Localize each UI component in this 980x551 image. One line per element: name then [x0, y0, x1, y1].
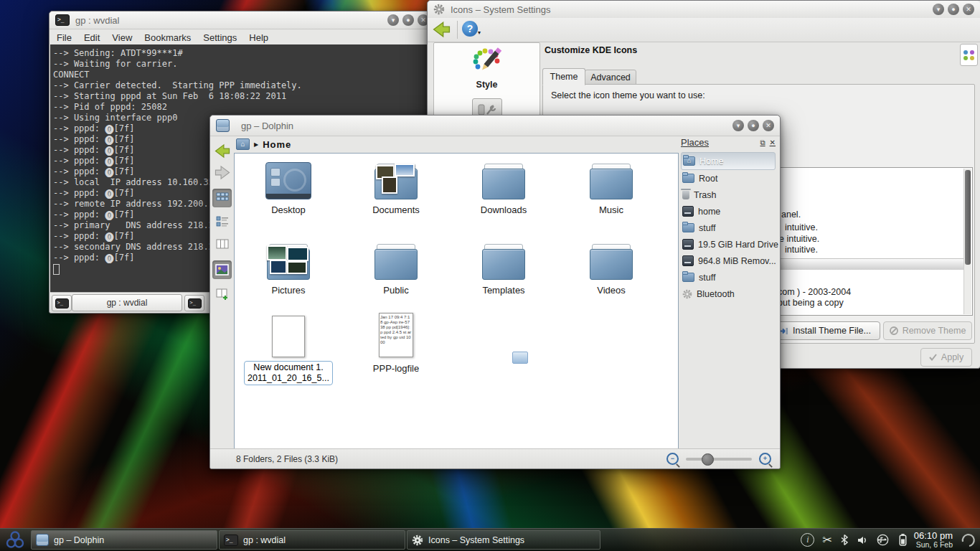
- place-label: home: [698, 207, 720, 217]
- launcher-logo[interactable]: [0, 529, 30, 551]
- tab-theme[interactable]: Theme: [542, 68, 585, 85]
- back-button[interactable]: [212, 141, 232, 160]
- minimize-button[interactable]: ▾: [387, 14, 399, 26]
- tab-advanced[interactable]: Advanced: [585, 70, 636, 85]
- clock[interactable]: 06:10 pm Sun, 6 Feb: [914, 531, 953, 550]
- install-theme-file-label: Install Theme File...: [793, 326, 871, 336]
- clipboard-scissors-icon[interactable]: ✂: [822, 533, 831, 547]
- notifications-icon[interactable]: i: [801, 533, 814, 547]
- bluetooth-icon[interactable]: [840, 534, 849, 546]
- close-button[interactable]: ✕: [763, 120, 774, 131]
- taskbar-task-system-settings[interactable]: Icons – System Settings: [407, 530, 600, 550]
- document-icon: [272, 316, 305, 357]
- folder-item-pictures[interactable]: Pictures: [238, 238, 339, 296]
- item-label: Music: [561, 204, 661, 215]
- scrollbar[interactable]: [963, 169, 971, 314]
- scrollbar-thumb[interactable]: [965, 170, 971, 265]
- tab-list-button[interactable]: >_: [184, 295, 204, 311]
- folder-item-downloads[interactable]: Downloads: [453, 158, 554, 215]
- folder-item-videos[interactable]: Videos: [561, 238, 661, 296]
- drag-ghost-icon: [512, 352, 528, 364]
- menu-item-bookmarks[interactable]: Bookmarks: [144, 32, 191, 43]
- place-item-removable[interactable]: 964.8 MiB Remov...: [681, 253, 776, 269]
- dolphin-titlebar[interactable]: gp – Dolphin ▾ ● ✕: [210, 116, 780, 136]
- maximize-button[interactable]: ●: [948, 4, 959, 15]
- settings-toolbar: ? ▾: [428, 18, 980, 42]
- minimize-button[interactable]: ▾: [933, 4, 944, 15]
- menu-item-view[interactable]: View: [112, 32, 132, 43]
- breadcrumb-home[interactable]: Home: [263, 139, 291, 150]
- back-button[interactable]: [432, 21, 451, 41]
- apply-button[interactable]: Apply: [920, 348, 972, 367]
- install-theme-file-button[interactable]: Install Theme File...: [770, 321, 880, 340]
- dolphin-statusbar: 8 Folders, 2 Files (3.3 KiB) − +: [210, 448, 780, 468]
- task-label: gp – Dolphin: [54, 535, 104, 545]
- zoom-slider-knob[interactable]: [702, 453, 714, 466]
- place-item-stuff[interactable]: stuff: [681, 220, 776, 236]
- details-view-button[interactable]: [212, 212, 232, 230]
- icons-module-icon: [960, 44, 978, 66]
- icons-view-button[interactable]: [212, 189, 232, 207]
- columns-view-button[interactable]: [212, 235, 232, 253]
- zoom-in-icon[interactable]: +: [759, 453, 771, 465]
- desktop-wallpaper[interactable]: >_ gp : wvdial ▾ ● ✕ File Edit View Book…: [0, 0, 980, 551]
- place-item-bluetooth[interactable]: Bluetooth: [681, 286, 776, 302]
- close-button[interactable]: ✕: [963, 4, 974, 15]
- remove-theme-label: Remove Theme: [903, 326, 966, 336]
- place-item-home-partition[interactable]: home: [681, 203, 776, 220]
- file-item-ppp-logfile[interactable]: Jan 17 09:4 7:18 gp-Asp ire-5738 pp pd[1…: [346, 313, 446, 374]
- forward-button[interactable]: [212, 163, 232, 182]
- task-label: gp : wvdial: [243, 535, 286, 545]
- folder-icon: [682, 273, 694, 282]
- folder-icon: [682, 174, 694, 183]
- taskbar-task-dolphin[interactable]: gp – Dolphin: [31, 530, 217, 550]
- place-item-trash[interactable]: Trash: [681, 187, 776, 203]
- menu-item-edit[interactable]: Edit: [84, 32, 100, 43]
- folder-item-templates[interactable]: Templates: [453, 238, 554, 296]
- place-item-hard-drive[interactable]: 19.5 GiB Hard Drive: [681, 236, 776, 253]
- preview-button[interactable]: [212, 260, 232, 279]
- place-label: 19.5 GiB Hard Drive: [698, 240, 778, 250]
- folder-item-public[interactable]: Public: [346, 238, 446, 296]
- folder-item-music[interactable]: Music: [561, 158, 661, 215]
- place-label: stuff: [699, 223, 715, 233]
- menu-item-help[interactable]: Help: [249, 32, 268, 43]
- close-panel-icon[interactable]: ✕: [770, 138, 776, 147]
- chevron-down-icon[interactable]: ▾: [478, 29, 481, 36]
- new-tab-button[interactable]: >_: [52, 295, 72, 311]
- dot: [970, 56, 974, 60]
- remove-theme-button[interactable]: Remove Theme: [883, 321, 972, 340]
- detach-panel-icon[interactable]: ⧉: [760, 138, 765, 147]
- device-notifier-icon[interactable]: [876, 534, 890, 546]
- text-file-icon: Jan 17 09:4 7:18 gp-Asp ire-5738 pp pd[1…: [379, 313, 413, 357]
- terminal-titlebar[interactable]: >_ gp : wvdial ▾ ● ✕: [50, 11, 435, 29]
- settings-titlebar[interactable]: Icons – System Settings ▾ ● ✕: [428, 1, 980, 19]
- battery-icon[interactable]: [897, 533, 908, 547]
- places-header: Places: [681, 137, 709, 148]
- maximize-button[interactable]: ●: [402, 14, 414, 26]
- file-manager-icon: [216, 119, 230, 132]
- zoom-slider[interactable]: [686, 458, 752, 461]
- style-module-icon[interactable]: [434, 47, 540, 78]
- help-icon[interactable]: ?: [462, 21, 478, 37]
- maximize-button[interactable]: ●: [748, 120, 759, 131]
- volume-icon[interactable]: [857, 534, 868, 546]
- panel-toolbox-icon[interactable]: [956, 532, 980, 549]
- folder-view[interactable]: Desktop Documents Downloads Music: [234, 153, 679, 449]
- place-item-home[interactable]: ⌂ Home: [681, 152, 776, 170]
- dot: [963, 56, 968, 60]
- file-item-new-document[interactable]: New document 1. 2011_01_20_16_5...: [238, 313, 339, 385]
- folder-item-desktop[interactable]: Desktop: [238, 158, 339, 215]
- place-item-stuff2[interactable]: stuff: [681, 269, 776, 286]
- minimize-button[interactable]: ▾: [732, 120, 744, 131]
- menu-item-settings[interactable]: Settings: [203, 32, 237, 43]
- home-icon[interactable]: ⌂: [236, 138, 250, 150]
- split-view-button[interactable]: [212, 285, 232, 303]
- place-item-root[interactable]: Root: [681, 170, 776, 187]
- zoom-out-icon[interactable]: −: [666, 453, 679, 465]
- taskbar-task-wvdial[interactable]: >_ gp : wvdial: [219, 530, 405, 550]
- folder-item-documents[interactable]: Documents: [346, 158, 446, 215]
- page-title: Customize KDE Icons: [545, 45, 637, 55]
- terminal-tab[interactable]: gp : wvdial: [72, 294, 182, 311]
- menu-item-file[interactable]: File: [57, 32, 72, 43]
